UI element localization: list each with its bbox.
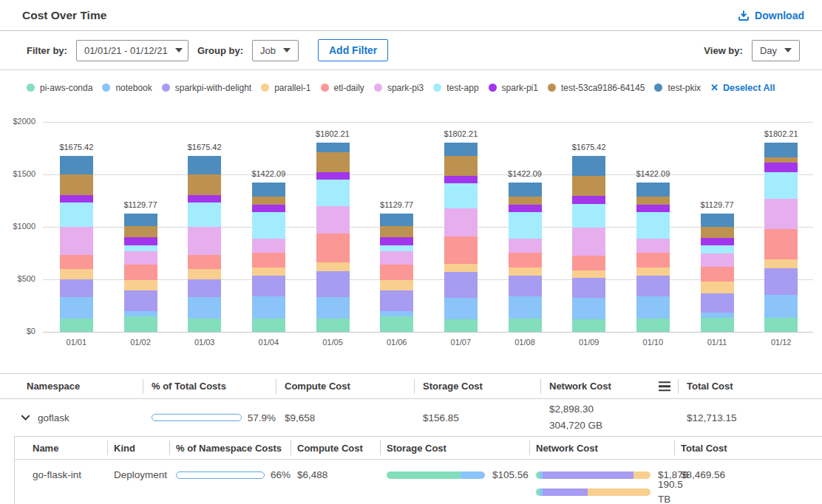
stacked-bar[interactable] [444, 143, 478, 332]
workload-name[interactable]: go-flask-int [15, 468, 107, 483]
bar-segment[interactable] [252, 183, 285, 197]
legend-item[interactable]: notebook [102, 83, 152, 93]
bar-segment[interactable] [316, 172, 350, 180]
bar-segment[interactable] [252, 253, 285, 268]
stacked-bar[interactable] [188, 156, 221, 332]
bar-segment[interactable] [572, 176, 605, 196]
bar-segment[interactable] [124, 251, 157, 265]
bar-segment[interactable] [124, 311, 157, 317]
bar-segment[interactable] [252, 296, 285, 319]
bar-segment[interactable] [188, 279, 221, 297]
bar-segment[interactable] [509, 183, 542, 197]
bar-segment[interactable] [764, 172, 798, 199]
bar-segment[interactable] [380, 311, 413, 317]
bar-segment[interactable] [380, 237, 413, 245]
legend-item[interactable]: parallel-1 [261, 83, 310, 93]
stacked-bar[interactable] [124, 214, 157, 332]
bar-segment[interactable] [636, 205, 670, 211]
bar-segment[interactable] [188, 195, 221, 203]
deselect-all-button[interactable]: ✕ Deselect All [710, 83, 775, 93]
bar-segment[interactable] [444, 156, 478, 177]
col-network-cost[interactable]: Network Cost [540, 381, 678, 392]
legend-item[interactable]: spark-pi3 [374, 83, 424, 93]
legend-item[interactable]: spark-pi1 [489, 83, 538, 93]
bar-segment[interactable] [444, 319, 478, 332]
bar-segment[interactable] [316, 262, 350, 270]
bar-segment[interactable] [764, 268, 798, 296]
bar-segment[interactable] [509, 212, 542, 239]
col-kind[interactable]: Kind [107, 443, 169, 454]
bar-segment[interactable] [188, 227, 221, 255]
bar-segment[interactable] [188, 269, 221, 279]
bar-segment[interactable] [636, 268, 670, 276]
bar-segment[interactable] [701, 227, 734, 237]
bar-segment[interactable] [444, 298, 478, 319]
bar-segment[interactable] [316, 319, 350, 332]
bar-segment[interactable] [252, 197, 285, 205]
col-storage-cost[interactable]: Storage Cost [380, 443, 529, 454]
bar-segment[interactable] [572, 256, 605, 270]
bar-segment[interactable] [124, 280, 157, 290]
group-by-select[interactable]: Job [252, 40, 299, 61]
bar-segment[interactable] [316, 180, 350, 206]
bar-segment[interactable] [509, 268, 542, 276]
bar-segment[interactable] [572, 228, 605, 255]
bar-segment[interactable] [764, 143, 798, 157]
bar-segment[interactable] [701, 253, 734, 267]
bar-segment[interactable] [572, 270, 605, 279]
col-total-cost[interactable]: Total Cost [678, 381, 822, 392]
bar-segment[interactable] [124, 290, 157, 311]
legend-item[interactable]: test-app [433, 83, 478, 93]
bar-segment[interactable] [572, 204, 605, 228]
col-name[interactable]: Name [15, 443, 107, 454]
bar-segment[interactable] [60, 255, 93, 269]
bar-segment[interactable] [380, 280, 413, 290]
bar-segment[interactable] [509, 319, 542, 332]
bar-segment[interactable] [60, 279, 93, 297]
bar-segment[interactable] [124, 226, 157, 237]
stacked-bar[interactable] [636, 183, 670, 332]
col-pct-namespace-costs[interactable]: % of Namespace Costs [169, 443, 291, 454]
bar-segment[interactable] [701, 313, 734, 318]
bar-segment[interactable] [316, 206, 350, 234]
bar-segment[interactable] [636, 239, 670, 253]
stacked-bar[interactable] [380, 214, 413, 332]
bar-segment[interactable] [60, 269, 93, 279]
bar-segment[interactable] [572, 278, 605, 298]
bar-segment[interactable] [444, 264, 478, 272]
bar-segment[interactable] [764, 295, 798, 318]
bar-segment[interactable] [252, 276, 285, 296]
bar-segment[interactable] [316, 297, 350, 318]
bar-segment[interactable] [636, 296, 670, 319]
bar-segment[interactable] [444, 236, 478, 265]
bar-segment[interactable] [636, 319, 670, 332]
legend-item[interactable]: pi-aws-conda [27, 83, 92, 93]
bar-segment[interactable] [509, 296, 542, 319]
bar-segment[interactable] [188, 255, 221, 269]
stacked-bar[interactable] [60, 156, 93, 332]
legend-item[interactable]: sparkpi-with-delight [162, 83, 251, 93]
bar-segment[interactable] [572, 196, 605, 204]
bar-segment[interactable] [380, 245, 413, 251]
bar-segment[interactable] [701, 245, 734, 253]
bar-segment[interactable] [188, 297, 221, 318]
bar-segment[interactable] [316, 143, 350, 152]
bar-segment[interactable] [444, 272, 478, 298]
col-network-cost[interactable]: Network Cost [529, 443, 674, 454]
bar-segment[interactable] [252, 319, 285, 332]
bar-segment[interactable] [444, 183, 478, 208]
col-compute-cost[interactable]: Compute Cost [276, 381, 414, 392]
bar-segment[interactable] [444, 176, 478, 183]
bar-segment[interactable] [764, 199, 798, 229]
bar-segment[interactable] [188, 202, 221, 227]
bar-segment[interactable] [509, 197, 542, 205]
bar-segment[interactable] [252, 212, 285, 239]
bar-segment[interactable] [252, 239, 285, 253]
bar-segment[interactable] [60, 174, 93, 195]
legend-item[interactable]: etl-daily [321, 83, 364, 93]
stacked-bar[interactable] [252, 183, 285, 332]
legend-item[interactable]: test-53ca9186-64145 [548, 83, 645, 93]
stacked-bar[interactable] [509, 183, 542, 332]
bar-segment[interactable] [60, 319, 93, 332]
bar-segment[interactable] [572, 319, 605, 332]
